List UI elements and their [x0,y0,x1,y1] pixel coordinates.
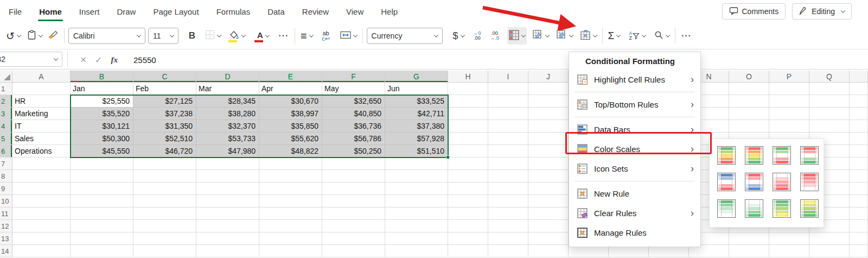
cell-E13[interactable] [259,232,322,245]
cell-J14[interactable] [528,245,569,257]
cell-D12[interactable] [196,220,259,232]
cell-Q13[interactable] [809,232,850,245]
find-button[interactable] [653,27,671,45]
cell-E12[interactable] [259,220,322,232]
cell-E2[interactable]: $30,670 [259,95,322,108]
cell-D11[interactable] [196,207,259,220]
cell-I3[interactable] [488,108,528,120]
tab-insert[interactable]: Insert [71,0,108,23]
cell-Q4[interactable] [809,120,850,133]
more-toolbar-options-button[interactable]: ··· [679,27,693,45]
column-header-J[interactable]: J [528,71,569,83]
cell-I14[interactable] [488,245,528,257]
column-header-B[interactable]: B [71,71,133,83]
formula-input[interactable]: 25550 [133,50,156,70]
tab-formulas[interactable]: Formulas [208,0,259,23]
cell-I5[interactable] [488,133,528,145]
cell-J3[interactable] [528,108,569,120]
cell-A12[interactable] [12,220,71,232]
cell-A1[interactable] [12,83,71,95]
cell-I6[interactable] [488,145,528,158]
borders-button[interactable] [203,27,222,45]
cell-Q1[interactable] [809,83,850,95]
alignment-button[interactable]: ≡ [299,27,315,45]
menu-item-icon-sets[interactable]: Icon Sets› [569,159,700,178]
cell-month-Feb[interactable]: Feb [133,83,196,95]
cell-O14[interactable] [729,245,769,257]
cell-G14[interactable] [385,245,448,257]
cell-E7[interactable] [259,158,322,170]
column-header-A[interactable]: A [12,71,71,83]
cell-styles-button[interactable] [555,27,575,45]
cell-B3[interactable]: $35,520 [71,108,133,120]
cell-H7[interactable] [448,158,488,170]
cell-J10[interactable] [528,195,569,207]
cell-R5[interactable] [850,133,868,145]
cell-B5[interactable]: $50,300 [71,133,133,145]
cell-H14[interactable] [448,245,488,257]
cell-R1[interactable] [850,83,868,95]
cell-C6[interactable]: $46,720 [133,145,196,158]
cell-R11[interactable] [850,207,868,220]
cell-O3[interactable] [729,108,769,120]
cell-D5[interactable]: $53,733 [196,133,259,145]
cell-H6[interactable] [448,145,488,158]
cell-B10[interactable] [71,195,133,207]
column-header-E[interactable]: E [259,71,322,83]
cell-D7[interactable] [196,158,259,170]
cell-G10[interactable] [385,195,448,207]
cell-J11[interactable] [528,207,569,220]
cell-E4[interactable]: $35,850 [259,120,322,133]
cell-G8[interactable] [385,170,448,183]
cell-O4[interactable] [729,120,769,133]
color-scale-green-white[interactable] [717,199,736,218]
undo-button[interactable]: ↺ [4,27,22,45]
confirm-icon[interactable]: ✓ [95,55,102,65]
cell-F12[interactable] [322,220,385,232]
menu-item-clear-rules[interactable]: Clear Rules› [569,203,700,223]
cell-G11[interactable] [385,207,448,220]
cell-I10[interactable] [488,195,528,207]
cell-F14[interactable] [322,245,385,257]
row-header-7[interactable]: 7 [0,158,12,170]
cell-B9[interactable] [71,183,133,195]
cell-D13[interactable] [196,232,259,245]
cell-Q2[interactable] [809,95,850,108]
row-header-3[interactable]: 3 [0,108,12,120]
sort-filter-button[interactable]: AZ [627,27,647,45]
cell-O13[interactable] [729,232,769,245]
cell-G5[interactable]: $57,928 [385,133,448,145]
cell-B13[interactable] [71,232,133,245]
cell-C11[interactable] [133,207,196,220]
cell-month-Jun[interactable]: Jun [385,83,448,95]
cell-F2[interactable]: $32,650 [322,95,385,108]
cell-C8[interactable] [133,170,196,183]
fill-color-button[interactable] [227,27,248,45]
color-scale-white-green[interactable] [745,199,763,218]
cell-E5[interactable]: $55,620 [259,133,322,145]
column-header-F[interactable]: F [322,71,385,83]
cell-J6[interactable] [528,145,569,158]
cell-I1[interactable] [488,83,528,95]
column-header-G[interactable]: G [385,71,448,83]
cell-R13[interactable] [850,232,868,245]
cell-J5[interactable] [528,133,569,145]
cell-I4[interactable] [488,120,528,133]
cell-D9[interactable] [196,183,259,195]
bold-button[interactable]: B [185,27,199,45]
cell-R14[interactable] [850,245,868,257]
cell-R7[interactable] [850,158,868,170]
cell-R6[interactable] [850,145,868,158]
cell-month-Jan[interactable]: Jan [71,83,133,95]
column-header-I[interactable]: I [488,71,528,83]
cell-H4[interactable] [448,120,488,133]
cell-C9[interactable] [133,183,196,195]
row-header-6[interactable]: 6 [0,145,12,158]
tab-home[interactable]: Home [30,0,71,23]
cell-C4[interactable]: $31,350 [133,120,196,133]
cell-R9[interactable] [850,183,868,195]
cell-I7[interactable] [488,158,528,170]
color-scale-red-white-green[interactable] [800,146,819,165]
cell-G3[interactable]: $42,711 [385,108,448,120]
cell-P2[interactable] [769,95,809,108]
